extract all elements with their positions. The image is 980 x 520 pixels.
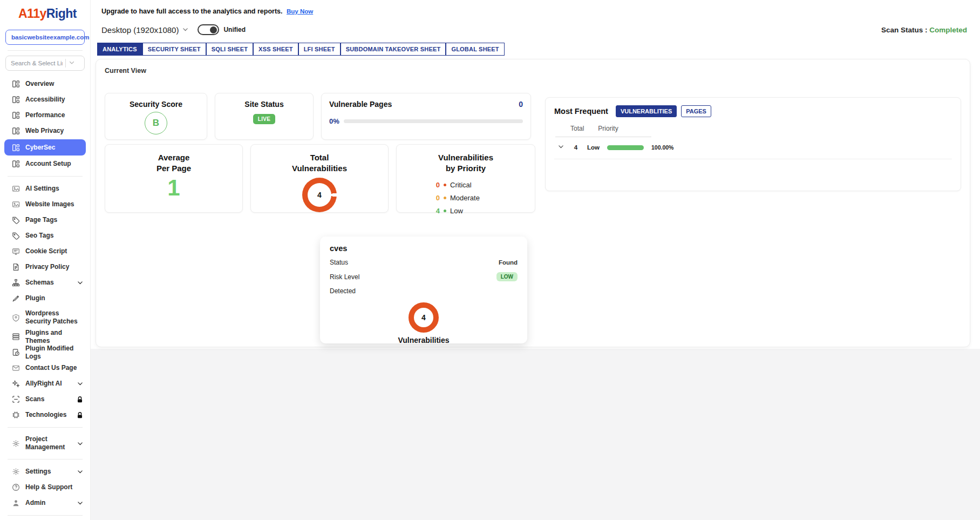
sidebar-item-help-support[interactable]: Help & Support: [0, 480, 90, 495]
priority-row-critical: 0 Critical: [433, 179, 499, 192]
dashboard-icon: [12, 96, 20, 104]
sidebar-item-project-management[interactable]: Project Management: [0, 432, 90, 455]
sheet-tabs: ANALYTICS SECURITY SHEET SQLI SHEET XSS …: [97, 43, 980, 56]
cves-caption: Vulnerabilities: [330, 336, 518, 345]
tab-lfi-sheet[interactable]: LFI SHEET: [298, 43, 341, 56]
card-title: Site Status: [215, 100, 313, 109]
dashboard-icon: [12, 144, 20, 152]
shield-icon: [12, 314, 20, 322]
tab-sqli-sheet[interactable]: SQLI SHEET: [206, 43, 253, 56]
sidebar-divider: [8, 459, 83, 460]
brush-icon: [12, 294, 20, 302]
sidebar-divider: [8, 50, 83, 51]
mail-icon: [12, 364, 20, 372]
tag-icon: [12, 216, 20, 224]
sidebar-divider: [8, 176, 83, 177]
dashboard-icon: [12, 80, 20, 88]
priority-count: 0: [433, 194, 440, 202]
sidebar-item-seo-tags[interactable]: Seo Tags: [0, 228, 90, 244]
current-view-panel: Current View Security Score B Site Statu…: [96, 59, 970, 347]
logo-part-a11y: A11y: [18, 6, 46, 21]
column-priority: Priority: [598, 125, 618, 132]
sidebar-item-label: Website Images: [25, 200, 84, 208]
monitor-icon: [12, 247, 20, 255]
controls-row: Desktop (1920x1080) Unified Scan Status …: [101, 24, 967, 35]
sidebar-item-overview[interactable]: Overview: [0, 76, 90, 92]
link-search-input[interactable]: [11, 60, 63, 66]
average-per-page-card: Average Per Page 1: [105, 144, 243, 213]
sidebar-item-label: AI Settings: [25, 185, 84, 193]
security-grade: B: [153, 118, 159, 129]
total-vulnerabilities-donut: 4: [302, 178, 337, 212]
risk-level-label: Risk Level: [330, 273, 359, 281]
unified-toggle[interactable]: [198, 24, 219, 35]
sidebar-item-label: Admin: [25, 499, 71, 507]
sidebar-divider: [8, 427, 83, 428]
sidebar-item-plugin[interactable]: Plugin: [0, 291, 90, 306]
card-title-line2: by Priority: [397, 163, 535, 174]
most-frequent-tab-vulnerabilities[interactable]: VULNERABLITIES: [616, 105, 677, 117]
priority-dot-icon: [444, 184, 446, 186]
tab-global-sheet[interactable]: GLOBAL SHEET: [446, 43, 504, 56]
sidebar-item-label: Contact Us Page: [25, 364, 84, 372]
card-title-line1: Total: [251, 152, 388, 163]
sidebar-item-contact-us-page[interactable]: Contact Us Page: [0, 360, 90, 376]
sidebar-item-ai-settings[interactable]: AI Settings: [0, 181, 90, 197]
sidebar-item-accessibility[interactable]: Accessibility: [0, 92, 90, 107]
sidebar-item-performance[interactable]: Performance: [0, 107, 90, 123]
sidebar-item-privacy-policy[interactable]: Privacy Policy: [0, 259, 90, 275]
tab-security-sheet[interactable]: SECURITY SHEET: [142, 43, 206, 56]
cards-row-2: Average Per Page 1 Total Vulnerabilities: [105, 144, 536, 213]
sidebar-item-plugin-modified-logs[interactable]: Plugin Modified Logs: [0, 345, 90, 360]
tab-xss-sheet[interactable]: XSS SHEET: [253, 43, 298, 56]
sidebar-item-settings[interactable]: Settings: [0, 464, 90, 480]
sidebar-item-label: Accessibility: [25, 96, 84, 104]
sidebar-nav: Overview Accessibility Performance Web P…: [0, 76, 90, 520]
sidebar-item-allyright-ai[interactable]: AllyRight AI: [0, 376, 90, 391]
sidebar-item-label: Web Privacy: [25, 127, 84, 135]
sidebar-item-scans[interactable]: Scans: [0, 391, 90, 407]
buy-now-link[interactable]: Buy Now: [287, 8, 313, 15]
tab-analytics[interactable]: ANALYTICS: [97, 43, 142, 56]
sidebar-item-technologies[interactable]: Technologies: [0, 407, 90, 423]
priority-label: Critical: [450, 181, 472, 189]
sidebar-item-page-tags[interactable]: Page Tags: [0, 212, 90, 228]
sidebar-item-admin[interactable]: Admin: [0, 495, 90, 511]
image-icon: [12, 185, 20, 193]
gear-icon: [12, 468, 20, 476]
card-title: Total Vulnerabilities: [251, 152, 388, 174]
priority-dot-icon: [444, 210, 446, 212]
viewport-selector[interactable]: Desktop (1920x1080): [101, 25, 189, 35]
site-status-card: Site Status LIVE: [215, 93, 314, 140]
cves-title: cves: [330, 244, 518, 253]
vulnerable-pages-progress: 0%: [329, 117, 523, 125]
average-per-page-value: 1: [105, 175, 242, 200]
card-title: Security Score: [105, 100, 207, 109]
row-expand-chevron-icon[interactable]: [557, 143, 564, 152]
sidebar-item-web-privacy[interactable]: Web Privacy: [0, 123, 90, 139]
priority-count: 4: [433, 207, 440, 215]
sidebar-item-website-images[interactable]: Website Images: [0, 197, 90, 212]
sidebar-item-account-setup[interactable]: Account Setup: [0, 156, 90, 172]
chevron-down-icon[interactable]: [69, 58, 75, 68]
sidebar-item-label: Account Setup: [25, 160, 84, 168]
sidebar-item-cookie-script[interactable]: Cookie Script: [0, 244, 90, 259]
table-header-divider: [555, 137, 651, 137]
dashboard-icon: [12, 111, 20, 119]
detected-label: Detected: [330, 287, 356, 295]
sidebar-item-cybersec[interactable]: CyberSec: [4, 139, 86, 156]
table-row-divider: [554, 159, 952, 159]
card-title-line2: Vulnerabilities: [251, 163, 388, 174]
sidebar-item-schemas[interactable]: Schemas: [0, 275, 90, 291]
site-selector-dropdown[interactable]: basicwebsiteexample.com: [5, 30, 85, 45]
tab-subdomain-takeover-sheet[interactable]: SUBDOMAIN TAKEOVER SHEET: [341, 43, 446, 56]
sidebar-item-wordpress-security-patches[interactable]: Wordpress Security Patches: [0, 306, 90, 329]
sidebar-item-plugins-and-themes[interactable]: Plugins and Themes: [0, 329, 90, 345]
chip-icon: [12, 411, 20, 419]
chevron-down-icon: [77, 279, 84, 286]
most-frequent-tab-pages[interactable]: PAGES: [681, 105, 711, 117]
column-total: Total: [570, 125, 584, 132]
dashboard-icon: [12, 127, 20, 135]
scan-status: Scan Status : Completed: [881, 26, 967, 34]
panel-title: Current View: [105, 67, 961, 75]
